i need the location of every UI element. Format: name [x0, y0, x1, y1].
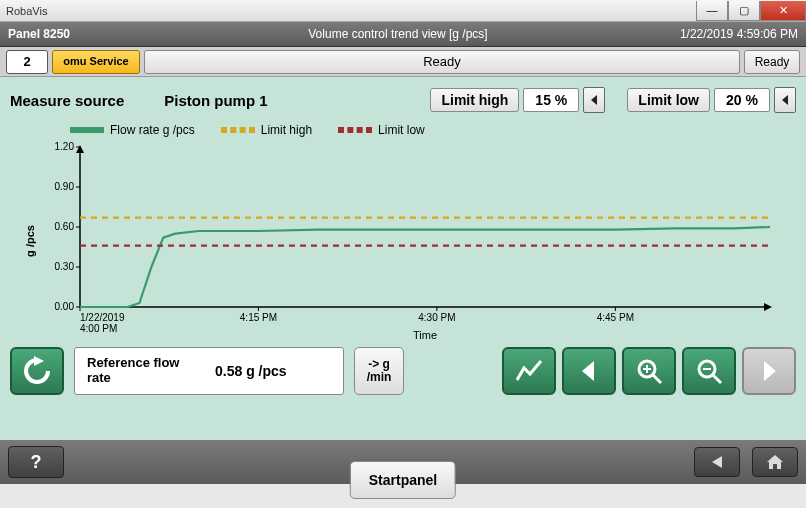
measure-source-value: Piston pump 1 — [164, 92, 267, 109]
legend-flow: Flow rate g /pcs — [70, 123, 195, 137]
app-header: Panel 8250 Volume control trend view [g … — [0, 22, 806, 47]
legend-low-line — [338, 127, 372, 133]
chart-nav-buttons — [502, 347, 796, 395]
scroll-left-button[interactable] — [562, 347, 616, 395]
svg-line-33 — [713, 375, 721, 383]
limit-low-value[interactable]: 20 % — [714, 88, 770, 112]
legend-low-label: Limit low — [378, 123, 425, 137]
svg-line-29 — [653, 375, 661, 383]
footer-bar: ? Startpanel — [0, 440, 806, 484]
window-title: RobaVis — [6, 5, 47, 17]
legend-high: Limit high — [221, 123, 312, 137]
status-row: 2 omu Service Ready Ready — [0, 47, 806, 77]
unit-toggle-button[interactable]: -> g /min — [354, 347, 404, 395]
reference-value: 0.58 g /pcs — [215, 363, 287, 379]
legend-low: Limit low — [338, 123, 425, 137]
zoom-in-icon — [634, 356, 664, 386]
trend-icon — [514, 356, 544, 386]
header-datetime: 1/22/2019 4:59:06 PM — [638, 27, 798, 41]
reference-label: Reference flow rate — [87, 356, 197, 386]
footer-back-button[interactable] — [694, 447, 740, 477]
measure-source-label: Measure source — [10, 92, 124, 109]
limit-low-group: Limit low 20 % — [627, 87, 796, 113]
limit-low-arrow-button[interactable] — [774, 87, 796, 113]
svg-marker-26 — [34, 356, 44, 366]
legend-high-label: Limit high — [261, 123, 312, 137]
limit-low-button[interactable]: Limit low — [627, 88, 710, 112]
svg-marker-27 — [582, 361, 594, 381]
svg-text:1.20: 1.20 — [55, 141, 75, 152]
zoom-out-icon — [694, 356, 724, 386]
legend-flow-line — [70, 127, 104, 133]
main-panel: Measure source Piston pump 1 Limit high … — [0, 77, 806, 440]
triangle-left-icon — [780, 94, 790, 106]
svg-text:0.00: 0.00 — [55, 301, 75, 312]
reference-row: Reference flow rate 0.58 g /pcs -> g /mi… — [10, 347, 796, 395]
svg-text:4:30 PM: 4:30 PM — [418, 312, 455, 323]
footer-home-button[interactable] — [752, 447, 798, 477]
svg-marker-37 — [767, 455, 783, 469]
limit-high-value[interactable]: 15 % — [523, 88, 579, 112]
ready-status-main: Ready — [144, 50, 740, 74]
triangle-left-icon — [589, 94, 599, 106]
close-button[interactable]: ✕ — [760, 1, 806, 21]
help-button[interactable]: ? — [8, 446, 64, 478]
legend-high-line — [221, 127, 255, 133]
startpanel-button[interactable]: Startpanel — [350, 461, 456, 499]
svg-text:4:00 PM: 4:00 PM — [80, 323, 117, 334]
refresh-icon — [20, 354, 54, 388]
svg-marker-35 — [764, 361, 776, 381]
svg-marker-5 — [764, 303, 772, 311]
chart-legend: Flow rate g /pcs Limit high Limit low — [70, 123, 796, 137]
trend-chart: 0.000.300.600.901.201/22/20194:00 PM4:15… — [40, 141, 780, 341]
trend-button[interactable] — [502, 347, 556, 395]
reference-box: Reference flow rate 0.58 g /pcs — [74, 347, 344, 395]
svg-text:Time: Time — [413, 329, 437, 341]
svg-text:0.90: 0.90 — [55, 181, 75, 192]
svg-text:4:15 PM: 4:15 PM — [240, 312, 277, 323]
arrow-left-icon — [574, 356, 604, 386]
legend-flow-label: Flow rate g /pcs — [110, 123, 195, 137]
top-controls: Measure source Piston pump 1 Limit high … — [10, 85, 796, 115]
limit-high-group: Limit high 15 % — [430, 87, 605, 113]
svg-text:0.60: 0.60 — [55, 221, 75, 232]
window-buttons: — ▢ ✕ — [696, 1, 806, 21]
maximize-button[interactable]: ▢ — [728, 1, 760, 21]
refresh-button[interactable] — [10, 347, 64, 395]
ready-status-side: Ready — [744, 50, 800, 74]
view-title: Volume control trend view [g /pcs] — [158, 27, 638, 41]
svg-marker-36 — [712, 456, 722, 468]
svg-text:4:45 PM: 4:45 PM — [597, 312, 634, 323]
service-badge[interactable]: omu Service — [52, 50, 140, 74]
minimize-button[interactable]: — — [696, 1, 728, 21]
svg-marker-0 — [591, 95, 597, 105]
svg-marker-1 — [782, 95, 788, 105]
arrow-left-icon — [706, 453, 728, 471]
chart-area: g /pcs 0.000.300.600.901.201/22/20194:00… — [40, 141, 796, 341]
limit-high-arrow-button[interactable] — [583, 87, 605, 113]
window-titlebar: RobaVis — ▢ ✕ — [0, 0, 806, 22]
svg-marker-3 — [76, 145, 84, 153]
scroll-right-button[interactable] — [742, 347, 796, 395]
zoom-out-button[interactable] — [682, 347, 736, 395]
svg-text:0.30: 0.30 — [55, 261, 75, 272]
arrow-right-icon — [754, 356, 784, 386]
panel-number-badge[interactable]: 2 — [6, 50, 48, 74]
svg-text:1/22/2019: 1/22/2019 — [80, 312, 125, 323]
limit-high-button[interactable]: Limit high — [430, 88, 519, 112]
home-icon — [764, 453, 786, 471]
chart-ylabel: g /pcs — [24, 225, 36, 257]
panel-name: Panel 8250 — [8, 27, 158, 41]
zoom-in-button[interactable] — [622, 347, 676, 395]
